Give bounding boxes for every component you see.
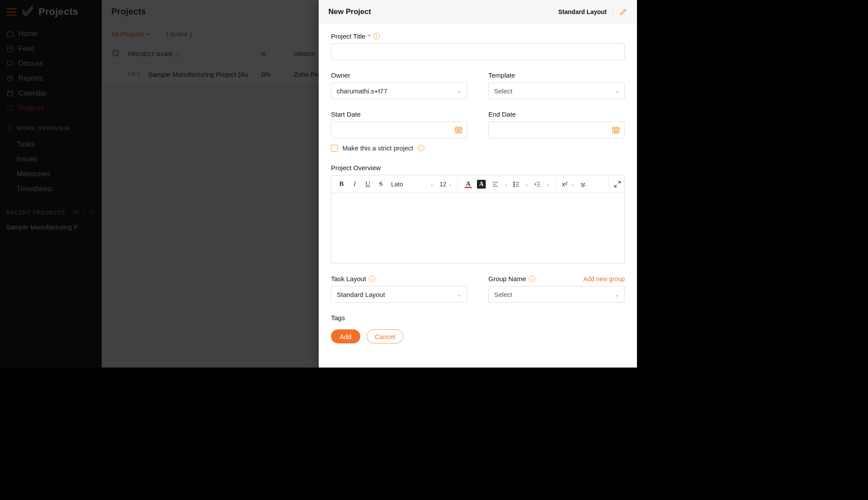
project-title-input[interactable] — [331, 43, 625, 60]
rte-expand-button[interactable] — [608, 178, 622, 191]
end-date-label: End Date — [488, 111, 625, 118]
rte-underline-button[interactable]: U — [361, 178, 374, 191]
info-icon[interactable]: i — [418, 145, 424, 151]
svg-point-23 — [615, 131, 616, 132]
separator — [458, 179, 458, 189]
rte-textarea[interactable] — [331, 193, 624, 263]
start-date-group: Start Date — [331, 111, 467, 138]
checkbox-icon[interactable] — [331, 145, 338, 152]
project-title-label: Project Title* i — [331, 32, 625, 40]
layout-name[interactable]: Standard Layout — [559, 8, 613, 15]
group-name-group: Group Name i Add new group Select ⌄ — [488, 275, 625, 303]
calendar-icon[interactable] — [612, 125, 620, 134]
chevron-down-icon[interactable]: ⌄ — [428, 181, 436, 187]
svg-point-16 — [458, 131, 459, 132]
end-date-input[interactable] — [488, 121, 625, 138]
rte-superscript-button[interactable]: x² — [559, 178, 569, 191]
svg-point-24 — [617, 131, 618, 132]
cancel-button[interactable]: Cancel — [366, 329, 404, 343]
svg-point-21 — [617, 130, 618, 131]
group-name-label-text: Group Name — [488, 275, 526, 282]
add-new-group-link[interactable]: Add new group — [583, 275, 625, 282]
start-date-label: Start Date — [331, 111, 467, 118]
svg-point-22 — [614, 131, 615, 132]
group-name-label: Group Name i — [488, 275, 535, 282]
chevron-down-icon[interactable]: ⌄ — [544, 181, 552, 187]
required-asterisk: * — [368, 32, 370, 40]
owner-value: charumathi.s+t77 — [331, 82, 467, 99]
rte-text-color-button[interactable]: A — [462, 178, 475, 191]
owner-label: Owner — [331, 71, 467, 79]
task-layout-label-text: Task Layout — [331, 275, 366, 282]
svg-point-13 — [458, 130, 459, 131]
chevron-down-icon[interactable]: ⌄ — [523, 181, 531, 187]
rte-list-button[interactable] — [510, 178, 523, 191]
drawer-header: New Project Standard Layout — [319, 0, 637, 24]
rte-bold-button[interactable]: B — [335, 178, 348, 191]
svg-point-26 — [514, 183, 515, 184]
task-layout-label: Task Layout i — [331, 275, 467, 282]
task-layout-value: Standard Layout — [331, 286, 467, 303]
rte-font-select[interactable]: Lato — [391, 178, 428, 191]
rte-toolbar: B I U S Lato ⌄ 12 ⌄ — [331, 175, 624, 193]
rte-outdent-button[interactable] — [531, 178, 544, 191]
add-button[interactable]: Add — [331, 329, 360, 343]
svg-point-15 — [457, 131, 458, 132]
rte-align-button[interactable] — [489, 178, 502, 191]
svg-point-25 — [514, 182, 515, 182]
pencil-icon[interactable] — [619, 8, 627, 16]
group-name-select[interactable]: Select ⌄ — [488, 286, 625, 303]
svg-point-19 — [614, 130, 615, 131]
svg-point-12 — [457, 130, 458, 131]
rte-more-button[interactable] — [576, 178, 590, 191]
drawer-title: New Project — [328, 7, 371, 16]
start-date-input[interactable] — [331, 121, 467, 138]
rte-strike-button[interactable]: S — [374, 178, 388, 191]
overview-label: Project Overview — [331, 164, 625, 171]
group-name-value: Select — [488, 286, 625, 303]
owner-select[interactable]: charumathi.s+t77 ⌄ — [331, 82, 467, 99]
info-icon[interactable]: i — [369, 275, 375, 282]
template-select[interactable]: Select ⌄ — [488, 82, 625, 99]
strict-project-checkbox-row[interactable]: Make this a strict project i — [331, 144, 625, 152]
project-title-group: Project Title* i — [331, 32, 625, 60]
info-icon[interactable]: i — [529, 275, 535, 282]
end-date-input-wrap[interactable] — [488, 121, 625, 138]
info-icon[interactable]: i — [373, 33, 380, 39]
drawer-body: Project Title* i Owner charumathi.s+t77 … — [319, 24, 637, 368]
separator — [555, 179, 556, 189]
svg-point-14 — [460, 130, 461, 131]
rte-highlight-button[interactable]: A — [475, 178, 488, 191]
chevron-down-icon[interactable]: ⌄ — [502, 181, 510, 187]
owner-group: Owner charumathi.s+t77 ⌄ — [331, 71, 467, 99]
calendar-icon[interactable] — [454, 125, 463, 134]
new-project-drawer: New Project Standard Layout Project Titl… — [319, 0, 637, 368]
template-label: Template — [488, 71, 625, 79]
tags-label: Tags — [331, 314, 625, 321]
svg-point-20 — [615, 130, 616, 131]
task-layout-group: Task Layout i Standard Layout ⌄ — [331, 275, 467, 303]
rte-italic-button[interactable]: I — [348, 178, 361, 191]
svg-point-27 — [514, 186, 515, 186]
start-date-input-wrap[interactable] — [331, 121, 467, 138]
project-title-label-text: Project Title — [331, 32, 365, 40]
template-value: Select — [488, 82, 625, 99]
drawer-footer: Add Cancel — [331, 323, 625, 351]
rte-font-size-select[interactable]: 12 — [436, 178, 446, 191]
overview-group: Project Overview B I U S Lato ⌄ 12 — [331, 164, 625, 264]
strict-project-label: Make this a strict project — [342, 144, 413, 152]
svg-point-17 — [460, 131, 461, 132]
chevron-down-icon[interactable]: ⌄ — [446, 181, 454, 187]
tags-group: Tags — [331, 314, 625, 321]
end-date-group: End Date — [488, 111, 625, 138]
rich-text-editor: B I U S Lato ⌄ 12 ⌄ — [331, 175, 625, 264]
task-layout-select[interactable]: Standard Layout ⌄ — [331, 286, 467, 303]
chevron-down-icon[interactable]: ⌄ — [569, 181, 576, 187]
template-group: Template Select ⌄ — [488, 71, 625, 99]
